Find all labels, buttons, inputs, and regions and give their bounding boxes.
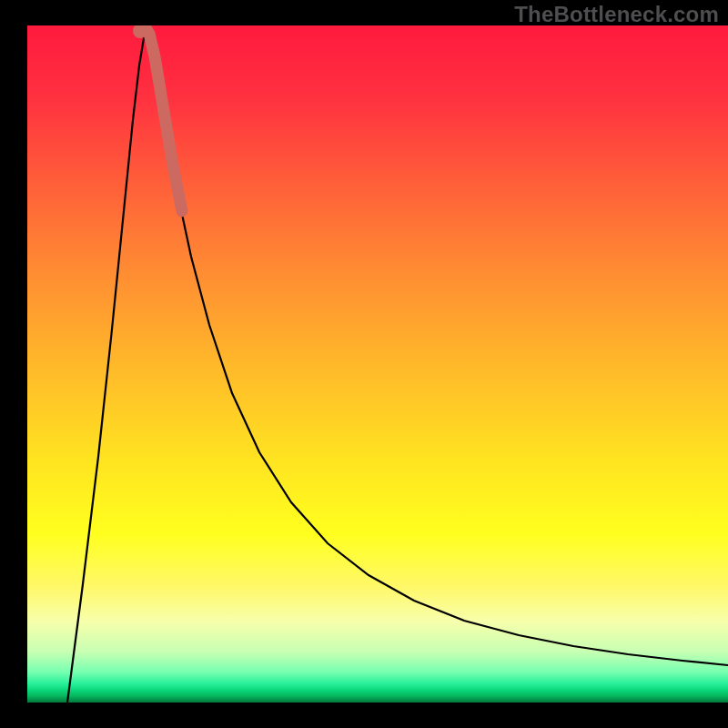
highlight-stroke <box>147 29 182 211</box>
plot-area <box>27 25 728 703</box>
chart-frame: TheBottleneck.com <box>0 0 728 728</box>
curve-layer <box>27 25 728 703</box>
watermark-label: TheBottleneck.com <box>514 2 719 27</box>
